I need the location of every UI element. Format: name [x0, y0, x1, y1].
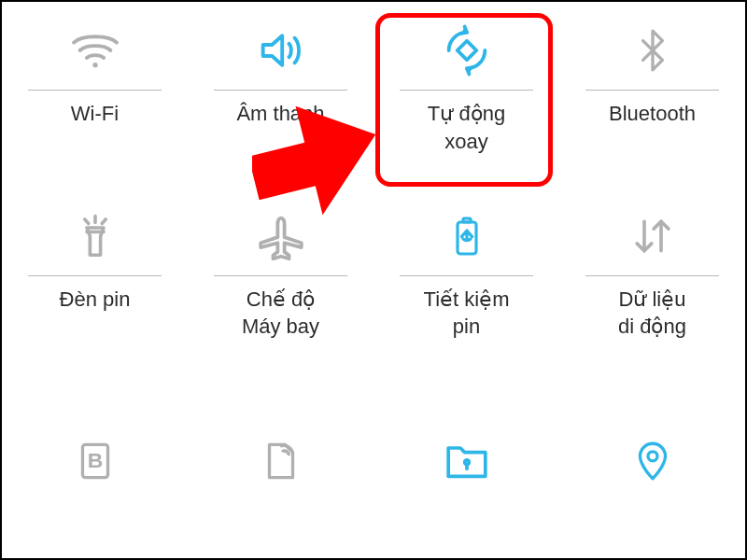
- tile-sound[interactable]: Âm thanh: [188, 2, 374, 188]
- bluelight-icon: B: [9, 419, 180, 503]
- tile-label: Tự động xoay: [428, 100, 505, 155]
- tile-label: Wi-Fi: [71, 100, 119, 128]
- divider: [214, 90, 347, 91]
- bluetooth-icon: [567, 19, 738, 82]
- tile-airplane[interactable]: Chế độ Máy bay: [188, 188, 374, 373]
- tile-hotspot[interactable]: [188, 372, 374, 558]
- autorotate-icon: [381, 19, 552, 82]
- divider: [28, 90, 162, 91]
- wifi-icon: [9, 19, 180, 82]
- tile-label: Chế độ Máy bay: [242, 286, 319, 341]
- tile-battery-saver[interactable]: Tiết kiệm pin: [374, 188, 559, 373]
- tile-location[interactable]: [559, 372, 745, 558]
- divider: [585, 90, 719, 91]
- tile-flashlight[interactable]: Đèn pin: [2, 188, 188, 373]
- tile-label: Bluetooth: [609, 100, 696, 128]
- tile-wifi[interactable]: Wi-Fi: [2, 2, 188, 188]
- battery-icon: [381, 204, 552, 268]
- flashlight-icon: [9, 204, 180, 268]
- tile-autorotate[interactable]: Tự động xoay: [374, 2, 559, 188]
- tile-secure-folder[interactable]: [374, 372, 559, 558]
- hotspot-icon: [195, 419, 366, 503]
- airplane-icon: [195, 204, 366, 268]
- svg-point-0: [92, 63, 97, 67]
- tile-bluelight[interactable]: B: [2, 372, 188, 558]
- divider: [585, 275, 719, 276]
- location-icon: [567, 419, 738, 503]
- divider: [400, 275, 533, 276]
- svg-line-5: [102, 219, 106, 224]
- svg-point-14: [648, 452, 657, 461]
- secure-folder-icon: [381, 419, 552, 503]
- tile-label: Dữ liệu di động: [618, 286, 686, 341]
- tile-label: Tiết kiệm pin: [424, 286, 510, 341]
- mobiledata-icon: [567, 204, 738, 268]
- sound-icon: [195, 19, 366, 82]
- svg-rect-7: [463, 218, 471, 222]
- divider: [214, 275, 347, 276]
- svg-text:B: B: [87, 449, 103, 473]
- tile-bluetooth[interactable]: Bluetooth: [559, 2, 745, 188]
- divider: [28, 275, 162, 276]
- svg-line-4: [84, 219, 88, 224]
- svg-rect-1: [457, 41, 476, 61]
- divider: [400, 90, 533, 91]
- tile-label: Đèn pin: [60, 286, 131, 314]
- tile-label: Âm thanh: [236, 100, 324, 128]
- quick-settings-grid: Wi-Fi Âm thanh Tự động xoay: [2, 2, 745, 558]
- tile-mobile-data[interactable]: Dữ liệu di động: [559, 188, 745, 373]
